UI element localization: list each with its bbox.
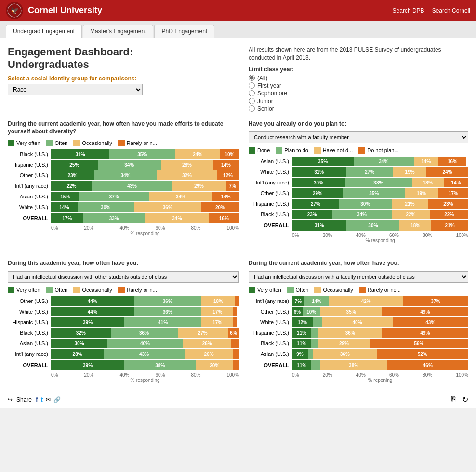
- chart3-xlabel: % responding: [51, 378, 239, 383]
- table-row: Hispanic (U.S.) 39% 41% 17%: [8, 317, 239, 327]
- refresh-icon[interactable]: ↻: [462, 395, 468, 404]
- legend2-plan: Plan to do: [276, 147, 308, 154]
- bottom-charts: During this academic year, how often hav…: [8, 259, 468, 383]
- chart1-xlabel: % responding: [51, 231, 239, 236]
- chart1-legend: Very often Often Occasionally Rarely or …: [8, 140, 239, 146]
- twitter-icon[interactable]: t: [41, 396, 43, 404]
- table-row: OVERALL 17% 33% 34% 16%: [8, 213, 239, 223]
- table-row: White (U.S.) 44% 36% 17%: [8, 307, 239, 316]
- bar-seg: 33%: [83, 213, 145, 223]
- bar-seg: 23%: [51, 170, 94, 180]
- bar-seg: 16%: [209, 213, 239, 223]
- bar-seg: 24%: [175, 149, 220, 159]
- bar-seg: 25%: [51, 160, 98, 170]
- share-icon: ↪: [8, 396, 13, 403]
- bar-seg: 12%: [217, 170, 239, 180]
- table-row: Black (U.S.) 23% 34% 22% 22%: [249, 210, 468, 219]
- bar-seg: 20%: [201, 202, 239, 212]
- dashboard-left: Engagement Dashboard:Undergraduates Sele…: [8, 46, 239, 112]
- table-row: Hispanic (U.S.) 25% 34% 28% 14%: [8, 160, 239, 170]
- chart4-title: During the current academic year, how of…: [249, 259, 468, 267]
- logo-area: 🦅 Cornell University: [6, 2, 102, 19]
- chart2-bars: Asian (U.S.) 35% 34% 14% 16% White (U.S.…: [249, 157, 468, 231]
- table-row: White (U.S.) 12% 40% 43%: [249, 317, 468, 327]
- legend-occasionally: Occasionally: [73, 140, 112, 146]
- table-row: Int'l (any race) 30% 38% 18% 14%: [249, 178, 468, 187]
- chart2-xlabel: % responding: [292, 238, 468, 243]
- table-row: Asian (U.S.) 15% 37% 34% 14%: [8, 192, 239, 201]
- table-row: OVERALL 11% 38% 46%: [249, 360, 468, 370]
- chart3-section: During this academic year, how often hav…: [8, 259, 239, 383]
- dashboard-header: Engagement Dashboard:Undergraduates Sele…: [8, 46, 468, 112]
- radio-group: (All) First year Sophomore Junior Senior: [249, 75, 468, 112]
- chart4-section: During the current academic year, how of…: [249, 259, 468, 383]
- chart3-title: During this academic year, how often hav…: [8, 259, 239, 267]
- radio-all[interactable]: (All): [249, 75, 468, 81]
- table-row: Hispanic (U.S.) 11% 36% 49%: [249, 328, 468, 338]
- email-icon[interactable]: ✉: [46, 396, 51, 403]
- bar-seg: 14%: [213, 160, 239, 170]
- table-row: OVERALL 31% 30% 18% 21%: [249, 220, 468, 231]
- divider: [8, 251, 468, 251]
- tab-undergrad[interactable]: Undergrad Engagement: [6, 25, 82, 38]
- bar-seg: 34%: [94, 170, 157, 180]
- table-row: White (U.S.) 31% 27% 19% 24%: [249, 167, 468, 177]
- bar-seg: 31%: [51, 149, 109, 159]
- chart4-legend: Very often Often Occasionally Rarely or …: [249, 287, 468, 293]
- radio-junior[interactable]: Junior: [249, 98, 468, 105]
- search-cornell-link[interactable]: Search Cornell: [432, 7, 470, 14]
- table-row: Asian (U.S.) 35% 34% 14% 16%: [249, 157, 468, 166]
- bar-seg: 34%: [98, 160, 161, 170]
- chart3-xaxis: 0%20%40%60%80%100%: [51, 372, 239, 378]
- facebook-icon[interactable]: f: [36, 396, 38, 404]
- chart2-title: Have you already or do you plan to:: [249, 120, 468, 128]
- legend-rarely: Rarely or n...: [118, 140, 157, 146]
- search-dpb-link[interactable]: Search DPB: [393, 7, 424, 14]
- header: 🦅 Cornell University Search DPB Search C…: [0, 0, 476, 21]
- table-row: Black (U.S.) 11% 29% 56%: [249, 339, 468, 348]
- export-icon[interactable]: ⎘: [451, 395, 456, 404]
- chart1-xaxis: 0%20%40%60%80%100%: [51, 225, 239, 231]
- tab-masters[interactable]: Master's Engagement: [83, 25, 153, 38]
- table-row: OVERALL 39% 38% 20%: [8, 360, 239, 370]
- radio-sophomore[interactable]: Sophomore: [249, 90, 468, 97]
- chart1-title: During the current academic year, how of…: [8, 120, 239, 136]
- limit-label: Limit class year:: [249, 66, 468, 73]
- table-row: Other (U.S.) 23% 34% 32% 12%: [8, 170, 239, 180]
- radio-first[interactable]: First year: [249, 82, 468, 89]
- chart3-dropdown[interactable]: Had an intellectual discussion with othe…: [8, 271, 239, 283]
- chart4-dropdown[interactable]: Had an intellectual discussion with a fa…: [249, 271, 468, 283]
- table-row: Other (U.S.) 29% 35% 19% 17%: [249, 188, 468, 198]
- chart1-section: During the current academic year, how of…: [8, 120, 239, 244]
- chart3-bars: Other (U.S.) 44% 36% 18% White (U.S.) 44…: [8, 296, 239, 370]
- header-links: Search DPB Search Cornell: [393, 7, 470, 14]
- page-title: Engagement Dashboard:Undergraduates: [8, 46, 239, 71]
- legend-box-orange: [118, 140, 125, 146]
- chart4-xlabel: % reponing: [292, 378, 468, 383]
- legend2-done: Done: [249, 147, 270, 154]
- legend-box-light-orange: [73, 140, 80, 146]
- chart2-dropdown[interactable]: Conduct research with a faculty member C…: [249, 131, 468, 143]
- table-row: Hispanic (U.S.) 27% 30% 21% 23%: [249, 199, 468, 209]
- legend2-havenot: Have not d...: [314, 147, 353, 154]
- tab-phd[interactable]: PhD Engagement: [154, 25, 214, 38]
- bar-seg: 15%: [51, 192, 79, 201]
- chart2-section: Have you already or do you plan to: Cond…: [249, 120, 468, 244]
- link-icon[interactable]: 🔗: [53, 396, 61, 403]
- nav-tabs: Undergrad Engagement Master's Engagement…: [0, 21, 476, 38]
- main-content: Engagement Dashboard:Undergraduates Sele…: [0, 38, 476, 391]
- bar-seg: 17%: [51, 213, 83, 223]
- bar-seg: 32%: [157, 170, 217, 180]
- radio-senior[interactable]: Senior: [249, 105, 468, 112]
- bar-seg: 7%: [226, 181, 239, 191]
- bar-seg: 10%: [220, 149, 239, 159]
- legend-box-light-green: [46, 140, 53, 146]
- table-row: Int'l (any race) 22% 43% 29% 7%: [8, 181, 239, 191]
- footer: ↪ Share f t ✉ 🔗 ⎘ ↻: [0, 391, 476, 408]
- bar-seg: 30%: [78, 202, 134, 212]
- chart4-xaxis: 0%20%40%60%80%100%: [292, 372, 468, 378]
- table-row: Int'l (any race) 28% 43% 26%: [8, 349, 239, 359]
- identity-select[interactable]: Race Gender Income First Generation: [8, 84, 143, 95]
- bar-seg: 14%: [212, 192, 239, 201]
- dashboard-right: All results shown here are from the 2013…: [249, 46, 468, 112]
